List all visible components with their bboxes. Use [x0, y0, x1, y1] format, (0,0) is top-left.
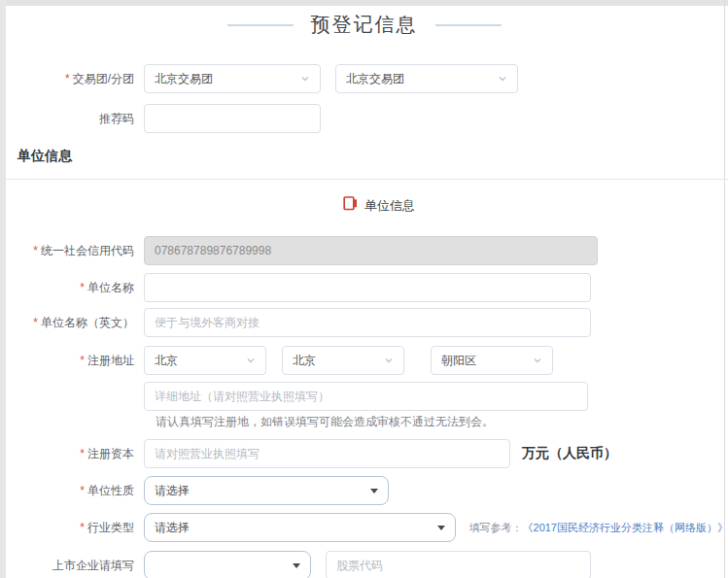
required-asterisk: * — [80, 354, 85, 367]
chevron-down-icon — [246, 356, 256, 365]
form-row-credit-code: *统一社会信用代码 — [0, 236, 728, 265]
title-decor-line-right — [435, 24, 502, 26]
company-name-input[interactable] — [144, 273, 591, 302]
delegation-group-value: 北京交易团 — [155, 71, 213, 87]
capital-unit-label: 万元（人民币） — [522, 445, 617, 462]
page-top-edge — [0, 0, 728, 6]
required-asterisk: * — [65, 72, 70, 85]
form-row-company-name: *单位名称 — [0, 273, 728, 302]
address-district-select[interactable]: 朝阳区 — [431, 346, 553, 375]
form-row-registered-capital: *注册资本 万元（人民币） — [0, 439, 728, 468]
listed-company-select[interactable] — [144, 551, 311, 578]
form-row-listed-company: 上市企业请填写 — [0, 551, 728, 578]
form-row-company-nature: *单位性质 请选择 — [0, 476, 728, 505]
industry-type-value: 请选择 — [155, 520, 190, 536]
company-info-icon — [343, 195, 358, 216]
registered-capital-input[interactable] — [144, 439, 510, 468]
section-divider — [6, 179, 728, 180]
delegation-group-select[interactable]: 北京交易团 — [144, 64, 321, 93]
address-province-value: 北京 — [155, 353, 178, 369]
address-district-value: 朝阳区 — [441, 353, 476, 369]
company-name-en-input[interactable] — [144, 308, 591, 337]
address-city-value: 北京 — [293, 353, 316, 369]
caret-down-icon — [437, 526, 445, 530]
form-row-company-name-en: *单位名称（英文） — [0, 308, 728, 337]
industry-reference: 填写参考：《2017国民经济行业分类注释（网络版）》 — [469, 521, 728, 535]
chevron-down-icon — [384, 356, 394, 365]
delegation-subgroup-select[interactable]: 北京交易团 — [335, 64, 518, 93]
pre-registration-page: 预登记信息 *交易团/分团 北京交易团 北京交易团 推荐码 单位信息 单位信息 … — [0, 0, 728, 578]
form-row-delegation: *交易团/分团 北京交易团 北京交易团 — [0, 64, 728, 93]
required-asterisk: * — [80, 281, 85, 294]
required-asterisk: * — [80, 521, 85, 534]
caret-down-icon — [370, 489, 378, 493]
required-asterisk: * — [80, 484, 85, 497]
title-decor-line-left — [227, 24, 294, 26]
page-title-block: 预登记信息 — [0, 12, 728, 38]
credit-code-label: *统一社会信用代码 — [0, 243, 144, 259]
company-name-en-label: *单位名称（英文） — [0, 315, 144, 331]
delegation-label: *交易团/分团 — [0, 71, 144, 87]
form-row-address-detail — [0, 382, 728, 411]
chevron-down-icon — [533, 356, 542, 365]
industry-reference-prefix: 填写参考： — [469, 522, 523, 533]
industry-reference-link[interactable]: 《2017国民经济行业分类注释（网络版）》 — [523, 522, 728, 533]
company-nature-select[interactable]: 请选择 — [144, 476, 389, 505]
company-info-subheader-label: 单位信息 — [364, 197, 415, 215]
industry-type-label: *行业类型 — [0, 520, 144, 536]
chevron-down-icon — [498, 74, 507, 84]
required-asterisk: * — [33, 244, 38, 257]
referral-code-label: 推荐码 — [0, 111, 144, 127]
company-section-title: 单位信息 — [17, 148, 72, 165]
form-row-registered-address: *注册地址 北京 北京 朝阳区 — [0, 346, 728, 375]
form-row-referral-code: 推荐码 — [0, 104, 728, 133]
listed-company-label: 上市企业请填写 — [0, 558, 144, 574]
chevron-down-icon — [300, 74, 310, 84]
company-nature-value: 请选择 — [155, 483, 190, 499]
delegation-subgroup-value: 北京交易团 — [346, 71, 404, 87]
company-info-subheader: 单位信息 — [156, 195, 603, 216]
credit-code-input — [144, 236, 598, 265]
company-name-label: *单位名称 — [0, 280, 144, 296]
referral-code-input[interactable] — [144, 104, 321, 133]
registered-address-label: *注册地址 — [0, 353, 144, 369]
required-asterisk: * — [80, 447, 85, 460]
address-province-select[interactable]: 北京 — [144, 346, 266, 375]
address-note: 请认真填写注册地，如错误填写可能会造成审核不通过无法到会。 — [156, 414, 494, 430]
caret-down-icon — [293, 563, 300, 568]
company-nature-label: *单位性质 — [0, 483, 144, 499]
stock-code-input[interactable] — [326, 551, 591, 578]
industry-type-select[interactable]: 请选择 — [144, 513, 456, 542]
registered-capital-label: *注册资本 — [0, 446, 144, 462]
form-row-industry-type: *行业类型 请选择 填写参考：《2017国民经济行业分类注释（网络版）》 — [0, 513, 728, 542]
address-detail-input[interactable] — [144, 382, 588, 411]
address-city-select[interactable]: 北京 — [282, 346, 404, 375]
required-asterisk: * — [33, 316, 38, 329]
page-title: 预登记信息 — [311, 12, 418, 38]
